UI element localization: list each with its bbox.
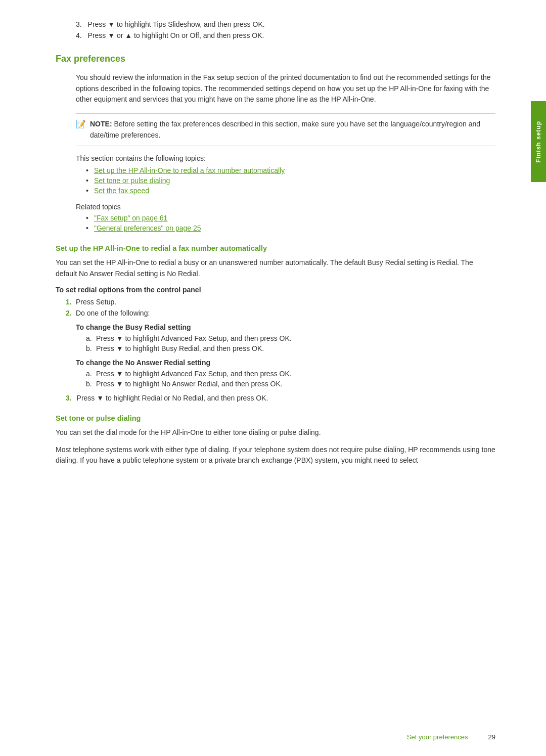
footer-label: Set your preferences <box>407 733 468 741</box>
note-text: NOTE: Before setting the fax preferences… <box>90 119 495 141</box>
footer: Set your preferences 29 <box>0 733 546 741</box>
note-icon: 📝 <box>76 119 86 129</box>
redial-step-3-text: Press ▼ to highlight Redial or No Redial… <box>77 394 268 402</box>
redial-step-2-text: Do one of the following: <box>76 309 150 317</box>
no-answer-redial-step-a-text: Press ▼ to highlight Advanced Fax Setup,… <box>96 370 292 378</box>
no-answer-redial-step-b: Press ▼ to highlight No Answer Redial, a… <box>86 380 495 388</box>
pulse-dialing-heading: Set tone or pulse dialing <box>56 414 495 422</box>
busy-redial-steps: Press ▼ to highlight Advanced Fax Setup,… <box>86 334 495 352</box>
related-topic-item-1[interactable]: "Fax setup" on page 61 <box>86 214 495 222</box>
to-set-redial-label: To set redial options from the control p… <box>56 286 495 294</box>
busy-redial-step-b-text: Press ▼ to highlight Busy Redial, and th… <box>96 344 264 352</box>
intro-paragraph: You should review the information in the… <box>76 72 495 105</box>
sidebar-tab: Finish setup <box>531 101 546 182</box>
page-container: Finish setup Press ▼ to highlight Tips S… <box>0 0 546 756</box>
related-topic-link-1[interactable]: "Fax setup" on page 61 <box>94 214 167 222</box>
no-answer-redial-steps: Press ▼ to highlight Advanced Fax Setup,… <box>86 370 495 388</box>
redial-heading: Set up the HP All-in-One to redial a fax… <box>56 244 495 252</box>
no-answer-redial-block: To change the No Answer Redial setting P… <box>76 359 495 388</box>
topic-link-2[interactable]: Set tone or pulse dialing <box>94 176 170 185</box>
topic-item-1[interactable]: Set up the HP All-in-One to redial a fax… <box>86 166 495 174</box>
top-step-4: Press ▼ or ▲ to highlight On or Off, and… <box>76 31 495 39</box>
fax-preferences-heading: Fax preferences <box>56 54 495 64</box>
redial-step-2: Do one of the following: <box>66 309 495 317</box>
pulse-paragraph2: Most telephone systems work with either … <box>56 444 495 466</box>
redial-step-1-text: Press Setup. <box>76 298 116 306</box>
top-step-3-text: Press ▼ to highlight Tips Slideshow, and… <box>88 20 265 28</box>
busy-redial-step-a: Press ▼ to highlight Advanced Fax Setup,… <box>86 334 495 342</box>
top-step-3: Press ▼ to highlight Tips Slideshow, and… <box>76 20 495 28</box>
redial-step-1: Press Setup. <box>66 298 495 306</box>
topics-list: Set up the HP All-in-One to redial a fax… <box>86 166 495 195</box>
related-topics-label: Related topics <box>76 203 495 211</box>
busy-redial-block: To change the Busy Redial setting Press … <box>76 323 495 352</box>
note-box: 📝 NOTE: Before setting the fax preferenc… <box>76 113 495 146</box>
busy-redial-label: To change the Busy Redial setting <box>76 323 495 331</box>
redial-paragraph1: You can set the HP All-in-One to redial … <box>56 257 495 279</box>
no-answer-redial-label: To change the No Answer Redial setting <box>76 359 495 367</box>
topic-link-1[interactable]: Set up the HP All-in-One to redial a fax… <box>94 166 285 174</box>
related-topic-item-2[interactable]: "General preferences" on page 25 <box>86 224 495 232</box>
busy-redial-step-b: Press ▼ to highlight Busy Redial, and th… <box>86 344 495 352</box>
top-steps-list: Press ▼ to highlight Tips Slideshow, and… <box>76 20 495 39</box>
topics-label: This section contains the following topi… <box>76 154 495 162</box>
topic-item-2[interactable]: Set tone or pulse dialing <box>86 176 495 185</box>
pulse-paragraph1: You can set the dial mode for the HP All… <box>56 427 495 438</box>
redial-steps-list: Press Setup. Do one of the following: <box>66 298 495 317</box>
note-label: NOTE: <box>90 120 112 128</box>
no-answer-redial-step-b-text: Press ▼ to highlight No Answer Redial, a… <box>96 380 283 388</box>
redial-step-3: Press ▼ to highlight Redial or No Redial… <box>66 394 495 402</box>
related-topic-link-2[interactable]: "General preferences" on page 25 <box>94 224 201 232</box>
note-content: Before setting the fax preferences descr… <box>90 120 480 139</box>
busy-redial-step-a-text: Press ▼ to highlight Advanced Fax Setup,… <box>96 334 292 342</box>
related-topics-list: "Fax setup" on page 61 "General preferen… <box>86 214 495 232</box>
no-answer-redial-step-a: Press ▼ to highlight Advanced Fax Setup,… <box>86 370 495 378</box>
sidebar-tab-label: Finish setup <box>535 121 542 163</box>
footer-page: 29 <box>488 733 495 741</box>
topic-link-3[interactable]: Set the fax speed <box>94 187 149 195</box>
top-step-4-text: Press ▼ or ▲ to highlight On or Off, and… <box>88 31 264 39</box>
topic-item-3[interactable]: Set the fax speed <box>86 187 495 195</box>
